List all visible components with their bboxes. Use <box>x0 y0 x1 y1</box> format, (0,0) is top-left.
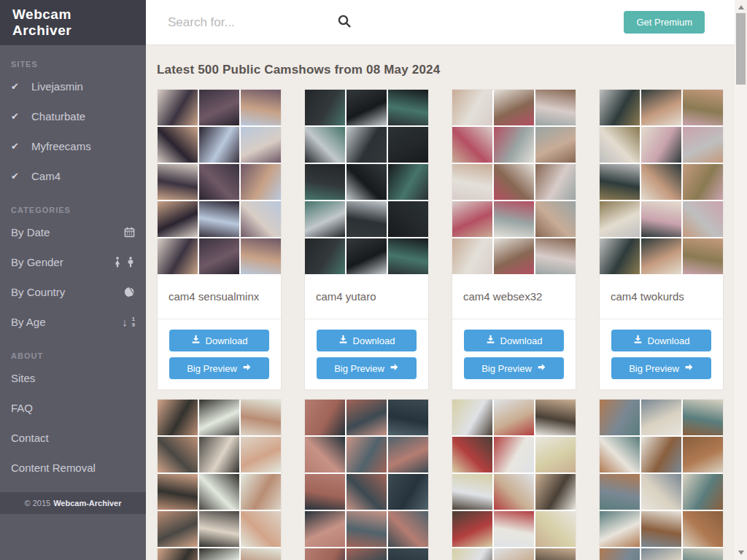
sidebar-item-by-age[interactable]: By Age ↓ 19 <box>11 307 135 337</box>
download-button[interactable]: Download <box>317 330 417 351</box>
thumbnail-frame <box>683 90 723 125</box>
camshow-thumbnail[interactable] <box>452 400 576 560</box>
thumbnail-frame <box>600 474 640 510</box>
big-preview-button[interactable]: Big Preview <box>317 357 417 379</box>
sidebar-item-cam4[interactable]: ✔ Cam4 <box>11 161 135 191</box>
thumbnail-frame <box>452 90 492 125</box>
sidebar-item-sites[interactable]: Sites <box>11 363 135 393</box>
thumbnail-frame <box>641 238 681 274</box>
sidebar-item-livejasmin[interactable]: ✔ Livejasmin <box>11 71 135 101</box>
thumbnail-frame <box>158 400 198 435</box>
big-preview-button[interactable]: Big Preview <box>464 357 564 379</box>
sidebar-item-by-date[interactable]: By Date <box>11 217 135 247</box>
thumbnail-frame <box>683 548 723 560</box>
sidebar-item-by-gender[interactable]: By Gender <box>11 247 135 277</box>
thumbnail-frame <box>241 90 281 125</box>
scroll-down-button[interactable] <box>735 547 747 559</box>
thumbnail-frame <box>158 474 198 510</box>
thumbnail-frame <box>158 201 198 237</box>
camshow-thumbnail[interactable] <box>600 90 723 274</box>
camshow-title: cam4 twokurds <box>600 274 723 319</box>
thumbnail-frame <box>494 437 534 472</box>
thumbnail-frame <box>241 164 281 200</box>
sidebar-item-label: Content Removal <box>11 460 96 475</box>
thumbnail-frame <box>158 437 198 472</box>
scroll-up-icon <box>738 5 744 9</box>
scroll-down-icon <box>738 551 744 555</box>
sidebar-item-label: Chaturbate <box>31 109 85 124</box>
camshow-thumbnail[interactable] <box>158 90 281 274</box>
sidebar-footer: © 2015 Webcam-Archiver <box>0 492 146 514</box>
download-button[interactable]: Download <box>611 330 711 351</box>
camshow-card <box>157 399 282 560</box>
thumbnail-frame <box>388 127 428 163</box>
thumbnail-frame <box>600 201 640 237</box>
thumbnail-frame <box>241 511 281 547</box>
sidebar-item-chaturbate[interactable]: ✔ Chaturbate <box>11 101 135 131</box>
thumbnail-frame <box>494 127 534 163</box>
card-footer: Download Big Preview <box>452 319 576 389</box>
check-icon: ✔ <box>11 139 24 154</box>
thumbnail-frame <box>535 400 576 435</box>
thumbnail-frame <box>388 511 428 547</box>
camshow-thumbnail[interactable] <box>600 400 723 560</box>
thumbnail-frame <box>641 474 681 510</box>
big-preview-button[interactable]: Big Preview <box>611 357 711 379</box>
thumbnail-frame <box>388 400 428 435</box>
thumbnail-frame <box>199 548 239 560</box>
thumbnail-frame <box>347 400 387 435</box>
sidebar-item-content-removal[interactable]: Content Removal <box>11 453 135 483</box>
thumbnail-frame <box>494 238 534 274</box>
search-button[interactable] <box>337 14 352 31</box>
download-label: Download <box>500 335 543 346</box>
thumbnail-frame <box>535 474 576 510</box>
thumbnail-frame <box>305 90 345 125</box>
thumbnail-frame <box>158 90 198 125</box>
sidebar-item-contact[interactable]: Contact <box>11 423 135 453</box>
thumbnail-frame <box>347 201 387 237</box>
sidebar-item-faq[interactable]: FAQ <box>11 393 135 423</box>
brand-logo[interactable]: Webcam Archiver <box>0 0 146 45</box>
female-male-icons <box>113 257 135 268</box>
thumbnail-frame <box>535 90 576 125</box>
download-button[interactable]: Download <box>464 330 564 351</box>
thumbnail-frame <box>305 238 345 274</box>
sidebar-item-label: Myfreecams <box>31 139 91 154</box>
download-button[interactable]: Download <box>169 330 269 351</box>
thumbnail-frame <box>641 127 681 163</box>
get-premium-button[interactable]: Get Premium <box>624 11 705 34</box>
thumbnail-frame <box>347 548 387 560</box>
thumbnail-frame <box>535 238 576 274</box>
check-icon: ✔ <box>11 168 24 184</box>
sidebar-item-label: Contact <box>11 430 49 446</box>
camshow-thumbnail[interactable] <box>305 400 428 560</box>
thumbnail-frame <box>600 127 640 163</box>
scroll-up-button[interactable] <box>735 1 747 13</box>
thumbnail-frame <box>600 238 640 274</box>
camshow-thumbnail[interactable] <box>305 90 428 274</box>
camshow-thumbnail[interactable] <box>158 400 281 560</box>
sidebar-item-by-country[interactable]: By Country <box>11 277 135 307</box>
sidebar-item-myfreecams[interactable]: ✔ Myfreecams <box>11 131 135 161</box>
thumbnail-frame <box>347 90 387 125</box>
scrollbar-thumb[interactable] <box>736 13 746 85</box>
thumbnail-frame <box>347 238 387 274</box>
thumbnail-frame <box>388 238 428 274</box>
thumbnail-frame <box>452 238 492 274</box>
big-preview-button[interactable]: Big Preview <box>169 357 269 379</box>
thumbnail-frame <box>600 511 640 547</box>
search-input[interactable] <box>168 15 333 30</box>
camshow-thumbnail[interactable] <box>452 90 576 274</box>
arrow-right-icon <box>242 362 252 374</box>
thumbnail-frame <box>452 127 492 163</box>
sort-numeric-icon: ↓ 19 <box>122 316 135 327</box>
thumbnail-frame <box>683 474 723 510</box>
download-icon <box>338 335 348 346</box>
section-label-about: About <box>11 351 135 360</box>
thumbnail-frame <box>241 437 281 472</box>
thumbnail-frame <box>347 474 387 510</box>
download-icon <box>486 335 495 346</box>
scrollbar[interactable] <box>735 0 747 560</box>
thumbnail-frame <box>388 437 428 472</box>
thumbnail-frame <box>347 127 387 163</box>
